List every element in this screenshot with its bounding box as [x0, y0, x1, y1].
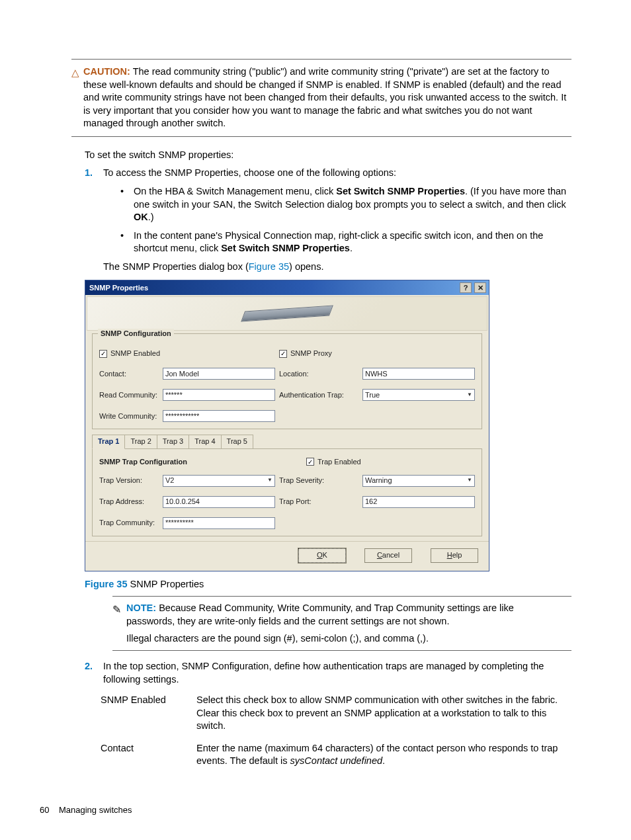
step1-bullet2: In the content pane's Physical Connectio… [134, 230, 571, 255]
tab-trap4[interactable]: Trap 4 [189, 435, 221, 449]
tab-trap5[interactable]: Trap 5 [221, 435, 253, 449]
authtrap-dropdown[interactable]: True▼ [362, 389, 475, 401]
trapcommunity-label: Trap Community: [99, 518, 159, 528]
writecommunity-label: Write Community: [99, 411, 159, 421]
step2-number: 2. [85, 660, 97, 686]
step1-closing: The SNMP Properties dialog box (Figure 3… [103, 261, 571, 274]
trap-config-title: SNMP Trap Configuration [99, 457, 187, 467]
bullet-dot: • [120, 185, 127, 224]
contact-field[interactable]: Jon Model [163, 368, 275, 380]
snmp-properties-dialog: SNMP Properties ? ✕ SNMP Configuration ✓… [85, 280, 489, 571]
step1-bullet1: On the HBA & Switch Management menu, cli… [134, 185, 571, 224]
location-field[interactable]: NWHS [362, 368, 475, 380]
figure-caption: Figure 35 SNMP Properties [85, 578, 571, 591]
readcommunity-field[interactable]: ****** [163, 389, 275, 401]
def-term-contact: Contact [101, 742, 183, 768]
step2-text: In the top section, SNMP Configuration, … [103, 660, 571, 686]
writecommunity-field[interactable]: ************ [163, 410, 275, 422]
caution-body: The read community string ("public") and… [83, 66, 566, 128]
def-desc-snmp-enabled: Select this check box to allow SNMP comm… [196, 694, 571, 733]
tab-trap1[interactable]: Trap 1 [92, 435, 125, 449]
bullet-dot: • [120, 230, 127, 255]
snmp-proxy-label: SNMP Proxy [290, 349, 332, 358]
trapseverity-dropdown[interactable]: Warning▼ [362, 475, 475, 487]
caution-text-block: CAUTION: The read community string ("pub… [83, 65, 571, 130]
trapport-label: Trap Port: [279, 497, 358, 507]
ok-button[interactable]: OK [298, 548, 346, 563]
dialog-title: SNMP Properties [89, 283, 457, 293]
close-icon[interactable]: ✕ [474, 282, 486, 293]
help-button[interactable]: Help [431, 548, 478, 563]
trapport-field[interactable]: 162 [362, 496, 475, 508]
chevron-down-icon: ▼ [267, 477, 273, 484]
switch-image [241, 306, 333, 322]
def-term-snmp-enabled: SNMP Enabled [101, 694, 183, 733]
trapseverity-label: Trap Severity: [279, 476, 358, 485]
dialog-banner [87, 296, 487, 331]
caution-icon: △ [71, 66, 79, 79]
step1-number: 1. [85, 167, 97, 273]
snmp-proxy-checkbox[interactable]: ✓ [279, 350, 287, 358]
page-footer: 60 Managing switches [40, 804, 132, 816]
contact-label: Contact: [99, 369, 159, 379]
tab-trap3[interactable]: Trap 3 [157, 435, 189, 449]
cancel-button[interactable]: Cancel [364, 548, 412, 563]
trapversion-label: Trap Version: [99, 476, 159, 485]
trapaddress-label: Trap Address: [99, 497, 159, 507]
trapversion-dropdown[interactable]: V2▼ [163, 475, 275, 487]
location-label: Location: [279, 369, 358, 379]
trap-enabled-checkbox[interactable]: ✓ [306, 458, 314, 466]
snmp-enabled-checkbox[interactable]: ✓ [99, 350, 107, 358]
trapaddress-field[interactable]: 10.0.0.254 [163, 496, 275, 508]
readcommunity-label: Read Community: [99, 390, 159, 400]
snmp-enabled-label: SNMP Enabled [110, 349, 160, 358]
trap-enabled-label: Trap Enabled [317, 457, 361, 467]
note-body: NOTE: Because Read Community, Write Comm… [126, 602, 558, 645]
chevron-down-icon: ▼ [467, 477, 472, 484]
note-icon: ✎ [112, 603, 121, 617]
chevron-down-icon: ▼ [467, 392, 472, 399]
intro-text: To set the switch SNMP properties: [85, 149, 571, 162]
caution-label: CAUTION: [83, 66, 130, 77]
help-titlebar-button[interactable]: ? [460, 282, 472, 293]
step1-text: To access the SNMP Properties, choose on… [103, 167, 571, 180]
snmp-config-group-title: SNMP Configuration [98, 329, 174, 339]
trapcommunity-field[interactable]: ********** [163, 517, 275, 529]
figure-link[interactable]: Figure 35 [249, 261, 289, 272]
def-desc-contact: Enter the name (maximum 64 characters) o… [196, 742, 571, 768]
authtrap-label: Authentication Trap: [279, 390, 358, 400]
tab-trap2[interactable]: Trap 2 [124, 435, 157, 449]
